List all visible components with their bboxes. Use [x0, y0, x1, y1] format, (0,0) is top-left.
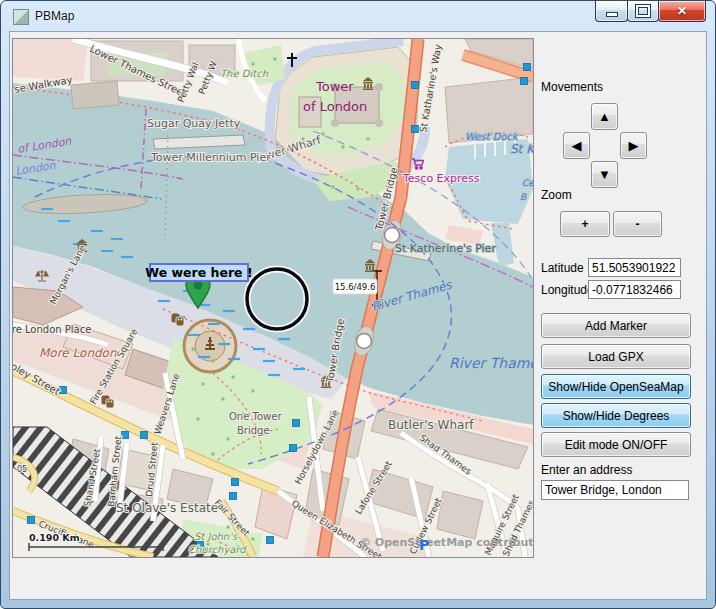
map-label: St Katherine's Pier — [395, 242, 496, 255]
move-left-button[interactable]: ◀ — [563, 132, 590, 159]
map-label: Ce — [522, 178, 533, 188]
seamark-square — [28, 517, 35, 524]
move-down-button[interactable]: ▼ — [591, 161, 618, 188]
move-up-button[interactable]: ▲ — [591, 103, 618, 130]
map-label: Churchyard — [188, 544, 247, 556]
tree-dot — [366, 137, 369, 140]
zoom-in-button[interactable]: + — [560, 211, 610, 237]
map-label: St Olave's Estate — [116, 501, 218, 515]
client-area: 15.6/49.6 se WalkwayLower Thames StreetS… — [9, 31, 707, 600]
map-label: River Thames — [449, 355, 533, 371]
map-label: West Dock — [465, 131, 520, 142]
tree-dot — [341, 145, 344, 148]
map-label: St Ka — [510, 142, 533, 156]
map-label: 05 — [17, 465, 27, 474]
toggle-degrees-button[interactable]: Show/Hide Degrees — [541, 403, 691, 428]
tree-dot — [331, 185, 334, 188]
close-button[interactable]: ✕ — [658, 1, 706, 22]
tree-dot — [221, 397, 224, 400]
window-title: PBMap — [35, 9, 74, 23]
map-label: The Ditch — [220, 68, 269, 79]
close-icon: ✕ — [677, 5, 687, 17]
map-label: Butler's Wharf — [388, 418, 474, 432]
tree-dot — [191, 347, 194, 350]
seamark-square — [290, 445, 297, 452]
seamark-square — [267, 537, 274, 544]
tree-dot — [251, 389, 254, 392]
tree-dot — [321, 132, 324, 135]
minimize-icon — [606, 12, 618, 17]
map-viewport[interactable]: 15.6/49.6 se WalkwayLower Thames StreetS… — [12, 38, 534, 558]
sugar-quay-jetty — [71, 81, 119, 109]
longitude-input[interactable] — [588, 280, 681, 299]
tree-dot — [211, 359, 214, 362]
map-label: B — [520, 192, 527, 202]
seamark-square — [232, 479, 239, 486]
map-label: One Tower — [229, 411, 282, 422]
tree-dot — [231, 375, 234, 378]
movements-label: Movements — [541, 80, 603, 94]
parking-icon: P — [419, 537, 429, 553]
map-label: More London — [39, 346, 117, 360]
app-window: PBMap ✕ — [0, 0, 716, 609]
tree-dot — [273, 57, 276, 60]
load-gpx-button[interactable]: Load GPX — [541, 344, 691, 369]
marker-tooltip-text: We were here ! — [145, 265, 252, 280]
map-label: of London — [303, 99, 367, 114]
seamark-square — [230, 493, 237, 500]
tree-dot — [201, 382, 204, 385]
edit-mode-button[interactable]: Edit mode ON/OFF — [541, 432, 691, 457]
map-label: Sugar Quay Jetty — [147, 117, 241, 130]
zoom-label: Zoom — [541, 188, 572, 202]
map-label: More London Place — [13, 324, 91, 335]
map-label: Tesco Express — [402, 172, 480, 185]
marker-tooltip: We were here ! — [145, 264, 252, 281]
tree-dot — [211, 452, 214, 455]
minimize-button[interactable] — [595, 1, 628, 22]
map-label: St John's — [194, 531, 238, 542]
map-label: Bridge — [237, 425, 270, 436]
seamark-square — [141, 432, 148, 439]
zoom-out-button[interactable]: - — [613, 211, 662, 237]
seamark-square — [521, 78, 528, 85]
title-bar[interactable]: PBMap ✕ — [1, 1, 715, 31]
scale-text: 0.190 Km — [29, 532, 80, 543]
add-marker-button[interactable]: Add Marker — [541, 313, 691, 338]
move-right-button[interactable]: ▶ — [620, 132, 647, 159]
app-icon — [13, 9, 29, 25]
seamark-square — [412, 82, 419, 89]
seamark-square — [293, 420, 300, 427]
address-input[interactable] — [541, 480, 689, 500]
tree-dot — [356, 187, 359, 190]
tree-dot — [226, 525, 229, 528]
maximize-button[interactable] — [627, 1, 659, 22]
map-label: Tower — [315, 79, 354, 94]
tree-dot — [251, 62, 254, 65]
toggle-openseamap-button[interactable]: Show/Hide OpenSeaMap — [541, 374, 691, 399]
address-label: Enter an address — [541, 463, 632, 477]
map-label: Tower Millennium Pier — [150, 151, 271, 164]
map-attribution: © OpenStreetMap contributors — [360, 536, 533, 549]
seamark-square — [524, 64, 531, 71]
bridge-clearance-text: 15.6/49.6 — [335, 282, 376, 292]
latitude-input[interactable] — [588, 258, 681, 277]
longitude-label: Longitude — [541, 283, 594, 297]
maximize-icon — [636, 5, 650, 17]
tree-dot — [226, 437, 229, 440]
latitude-label: Latitude — [541, 261, 584, 275]
tree-dot — [196, 417, 199, 420]
tree-dot — [251, 537, 254, 540]
